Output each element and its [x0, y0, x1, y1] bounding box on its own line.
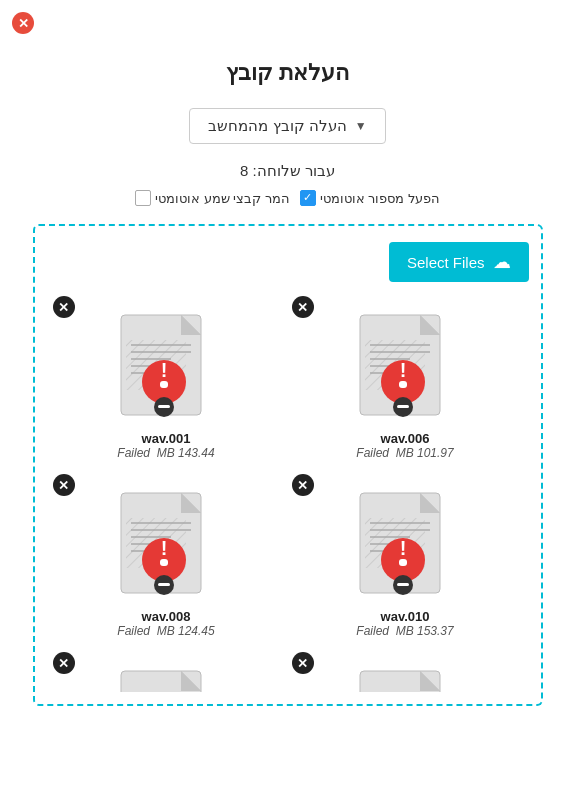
svg-rect-12	[399, 381, 407, 388]
close-button[interactable]: ✕	[12, 12, 34, 34]
close-icon: ✕	[18, 16, 29, 31]
file-name: wav.008	[142, 609, 191, 624]
send-info-label: עבור שלוחה:	[253, 162, 335, 179]
files-scroll[interactable]: ✕	[47, 292, 529, 692]
svg-text:!: !	[400, 359, 407, 381]
file-status: Failed MB 101.97	[356, 446, 453, 460]
send-info: עבור שלוחה: 8	[0, 162, 575, 180]
send-info-value: 8	[240, 162, 248, 179]
file-svg: !	[116, 310, 216, 425]
file-status: Failed MB 143.44	[117, 446, 214, 460]
svg-rect-14	[397, 405, 409, 408]
file-icon-5: !	[116, 666, 216, 692]
page-title: העלאת קובץ	[0, 60, 575, 86]
svg-text:!: !	[161, 359, 168, 381]
select-files-button[interactable]: Select Files ☁	[389, 242, 529, 282]
file-item: ✕	[47, 470, 286, 648]
svg-rect-42	[399, 559, 407, 566]
file-svg: !	[355, 310, 455, 425]
upload-from-computer-button[interactable]: ▼ העלה קובץ מהמחשב	[189, 108, 385, 144]
upload-cloud-icon: ☁	[493, 251, 511, 273]
file-item: ✕	[286, 292, 525, 470]
svg-rect-44	[397, 583, 409, 586]
remove-file-button[interactable]: ✕	[292, 296, 314, 318]
auto-name-checkbox[interactable]	[135, 190, 151, 206]
auto-name-option[interactable]: המר קבצי שמע אוטומטי	[135, 190, 290, 206]
remove-file-button[interactable]: ✕	[292, 652, 314, 674]
file-item: ✕	[286, 470, 525, 648]
file-item: ✕	[47, 648, 286, 692]
files-grid: ✕	[47, 292, 525, 692]
file-status: Failed MB 153.37	[356, 624, 453, 638]
file-svg: !	[355, 666, 455, 692]
upload-button-label: העלה קובץ מהמחשב	[208, 117, 346, 135]
remove-file-button[interactable]: ✕	[53, 296, 75, 318]
file-icon-1: !	[116, 310, 216, 425]
svg-text:!: !	[161, 537, 168, 559]
file-icon-0: !	[355, 310, 455, 425]
file-item: ✕	[47, 292, 286, 470]
file-name: wav.006	[381, 431, 430, 446]
svg-rect-29	[158, 405, 170, 408]
file-name: wav.001	[142, 431, 191, 446]
chevron-down-icon: ▼	[355, 119, 367, 133]
remove-file-button[interactable]: ✕	[53, 652, 75, 674]
remove-file-button[interactable]: ✕	[53, 474, 75, 496]
file-icon-3: !	[116, 488, 216, 603]
auto-name-label: המר קבצי שמע אוטומטי	[155, 191, 290, 206]
remove-file-button[interactable]: ✕	[292, 474, 314, 496]
auto-numbering-option[interactable]: הפעל מספור אוטומטי	[300, 190, 440, 206]
auto-numbering-checkbox[interactable]	[300, 190, 316, 206]
drop-zone: Select Files ☁ ✕	[33, 224, 543, 706]
svg-rect-59	[158, 583, 170, 586]
svg-rect-27	[160, 381, 168, 388]
file-status: Failed MB 124.45	[117, 624, 214, 638]
file-icon-4: !	[355, 666, 455, 692]
file-svg: !	[116, 666, 216, 692]
file-name: wav.010	[381, 609, 430, 624]
auto-numbering-label: הפעל מספור אוטומטי	[320, 191, 440, 206]
svg-text:!: !	[400, 537, 407, 559]
file-item: ✕	[286, 648, 525, 692]
select-files-label: Select Files	[407, 254, 485, 271]
svg-rect-57	[160, 559, 168, 566]
file-icon-2: !	[355, 488, 455, 603]
options-row: הפעל מספור אוטומטי המר קבצי שמע אוטומטי	[0, 190, 575, 206]
file-svg: !	[116, 488, 216, 603]
file-svg: !	[355, 488, 455, 603]
